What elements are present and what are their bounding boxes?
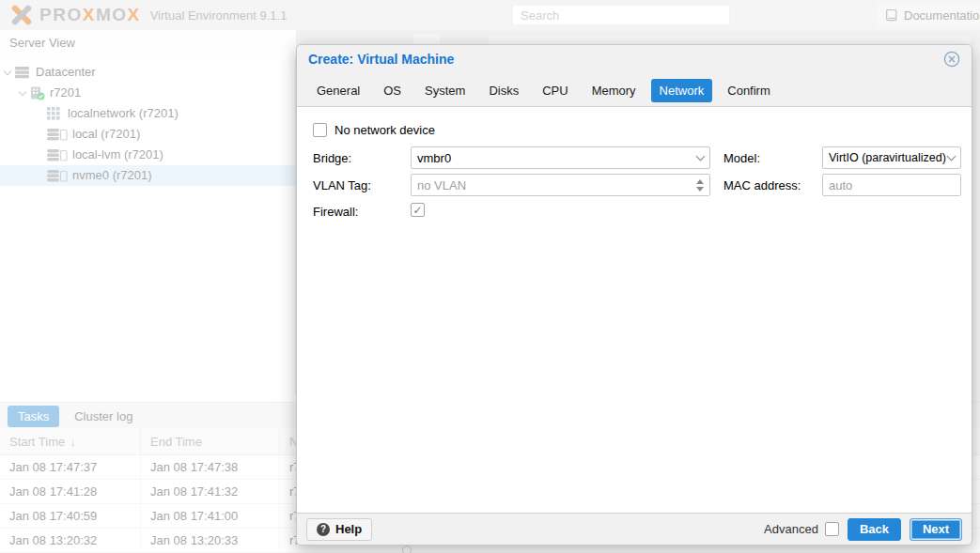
mac-address-label: MAC address: [723, 178, 801, 192]
tab-memory[interactable]: Memory [583, 79, 645, 102]
no-network-device-checkbox[interactable] [313, 123, 327, 137]
advanced-toggle: Advanced [764, 522, 839, 536]
next-button[interactable]: Next [910, 518, 962, 541]
vlan-tag-spinner[interactable]: no VLAN [411, 174, 710, 196]
tab-network[interactable]: Network [651, 79, 713, 102]
bridge-value: vmbr0 [417, 151, 697, 165]
dialog-header: Create: Virtual Machine [297, 45, 972, 73]
chevron-down-icon [696, 151, 706, 161]
model-combobox[interactable]: VirtIO (paravirtualized) [822, 146, 961, 169]
vlan-tag-placeholder: no VLAN [417, 178, 696, 192]
bridge-label: Bridge: [313, 151, 351, 165]
tab-disks[interactable]: Disks [480, 79, 527, 102]
tab-confirm[interactable]: Confirm [719, 79, 779, 102]
tab-general[interactable]: General [308, 79, 368, 102]
bridge-combobox[interactable]: vmbr0 [411, 146, 710, 169]
help-label: Help [335, 522, 362, 536]
tab-system[interactable]: System [416, 79, 474, 102]
dialog-tabs: General OS System Disks CPU Memory Netwo… [297, 73, 972, 102]
model-label: Model: [723, 151, 760, 165]
help-button[interactable]: ? Help [306, 518, 372, 541]
model-value: VirtIO (paravirtualized) [829, 151, 948, 164]
dialog-title: Create: Virtual Machine [308, 52, 454, 67]
create-vm-dialog: Create: Virtual Machine General OS Syste… [296, 44, 972, 545]
back-button[interactable]: Back [848, 518, 901, 541]
firewall-checkbox[interactable]: ✓ [411, 203, 425, 217]
advanced-label: Advanced [764, 522, 818, 536]
proxmox-app: PROXMOX Virtual Environment 9.1.1 Docume… [0, 0, 980, 553]
close-icon[interactable] [943, 51, 960, 68]
tab-os[interactable]: OS [375, 79, 410, 102]
mac-address-input[interactable] [822, 174, 961, 196]
check-mark-icon: ✓ [412, 204, 422, 217]
dialog-footer: ? Help Advanced Back Next [297, 514, 972, 545]
spinner-arrows-icon[interactable] [696, 179, 704, 192]
advanced-checkbox[interactable] [825, 522, 839, 536]
tab-cpu[interactable]: CPU [534, 79, 576, 102]
no-network-device-label: No network device [334, 123, 435, 137]
no-network-device-row: No network device [313, 123, 435, 137]
chevron-down-icon [947, 151, 957, 161]
vlan-tag-label: VLAN Tag: [313, 178, 371, 192]
question-mark-icon: ? [317, 523, 330, 536]
network-form: No network device Bridge: vmbr0 Model: V… [297, 106, 972, 514]
firewall-label: Firewall: [313, 205, 358, 219]
